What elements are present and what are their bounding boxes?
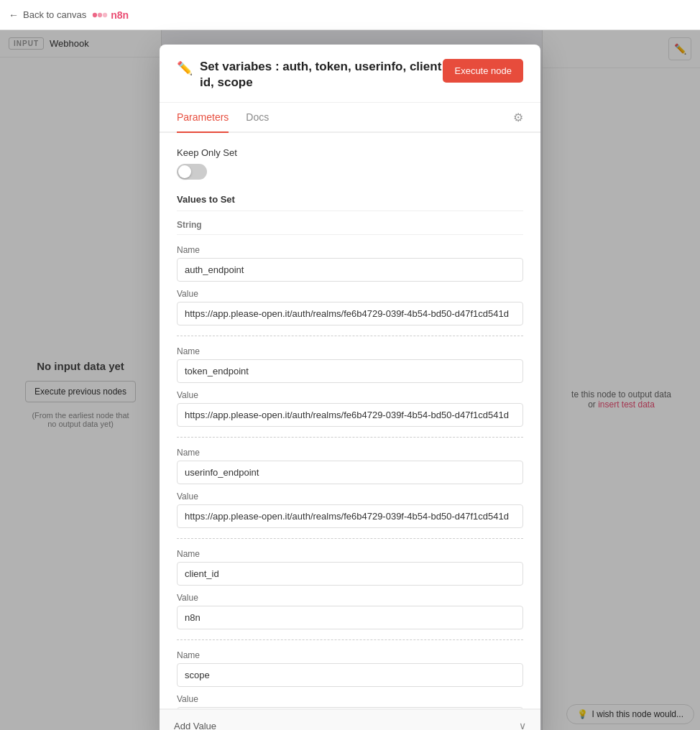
value-group-0: Value — [177, 289, 523, 325]
field-pair-4: Name Value — [177, 650, 523, 708]
string-section-label: String — [177, 220, 523, 235]
name-group-0: Name — [177, 245, 523, 282]
name-input-2[interactable] — [177, 461, 523, 484]
name-input-1[interactable] — [177, 359, 523, 383]
value-label-3: Value — [177, 593, 523, 603]
name-input-4[interactable] — [177, 663, 523, 687]
value-label-1: Value — [177, 390, 523, 400]
modal-header: ✏️ Set variabes : auth, token, userinfo,… — [160, 45, 540, 103]
add-value-button[interactable]: Add Value ∨ — [160, 709, 540, 730]
divider-1 — [177, 437, 523, 438]
field-pair-0: Name Value — [177, 245, 523, 325]
name-group-3: Name — [177, 549, 523, 586]
value-label-4: Value — [177, 694, 523, 704]
divider-3 — [177, 639, 523, 640]
divider-2 — [177, 538, 523, 539]
back-label: Back to canvas — [23, 9, 86, 20]
name-group-4: Name — [177, 650, 523, 687]
modal-pencil-icon: ✏️ — [177, 60, 193, 76]
values-to-set-label: Values to Set — [177, 194, 523, 211]
value-input-3[interactable] — [177, 606, 523, 629]
keep-only-set-label: Keep Only Set — [177, 147, 523, 158]
name-group-1: Name — [177, 346, 523, 383]
name-label-3: Name — [177, 549, 523, 559]
add-value-bar: Add Value ∨ — [160, 708, 540, 730]
field-pair-3: Name Value — [177, 549, 523, 629]
topbar: ← Back to canvas n8n — [0, 0, 700, 30]
modal-title: Set variabes : auth, token, userinfo, cl… — [200, 59, 443, 91]
field-pair-2: Name Value — [177, 448, 523, 528]
modal-tabs: Parameters Docs ⚙ — [160, 103, 540, 133]
divider-0 — [177, 336, 523, 336]
svg-point-1 — [98, 12, 102, 17]
value-group-2: Value — [177, 491, 523, 528]
field-pair-1: Name Value — [177, 346, 523, 427]
settings-gear-icon[interactable]: ⚙ — [513, 111, 523, 124]
name-label-4: Name — [177, 650, 523, 660]
n8n-logo-icon — [92, 9, 108, 22]
add-value-label: Add Value — [174, 721, 216, 731]
keep-only-set-section: Keep Only Set — [177, 147, 523, 180]
value-label-0: Value — [177, 289, 523, 299]
modal-body: Keep Only Set Values to Set String Name — [160, 133, 540, 708]
name-label-1: Name — [177, 346, 523, 356]
chevron-down-icon: ∨ — [519, 720, 526, 730]
value-group-3: Value — [177, 593, 523, 629]
value-input-2[interactable] — [177, 504, 523, 528]
tab-docs[interactable]: Docs — [246, 103, 269, 133]
tab-parameters[interactable]: Parameters — [177, 103, 229, 133]
keep-only-set-toggle[interactable] — [177, 164, 207, 180]
svg-point-0 — [93, 12, 97, 17]
name-input-0[interactable] — [177, 258, 523, 282]
execute-node-button[interactable]: Execute node — [443, 59, 523, 83]
modal-title-area: ✏️ Set variabes : auth, token, userinfo,… — [177, 59, 443, 91]
value-group-1: Value — [177, 390, 523, 427]
value-label-2: Value — [177, 491, 523, 502]
name-label-0: Name — [177, 245, 523, 255]
svg-point-2 — [103, 12, 107, 17]
modal: ✏️ Set variabes : auth, token, userinfo,… — [160, 45, 540, 730]
value-group-4: Value — [177, 694, 523, 708]
name-label-2: Name — [177, 448, 523, 458]
toggle-knob — [178, 165, 191, 178]
back-to-canvas-button[interactable]: ← Back to canvas — [9, 9, 86, 21]
name-input-3[interactable] — [177, 562, 523, 586]
n8n-logo: n8n — [92, 9, 129, 22]
modal-overlay[interactable]: ✏️ Set variabes : auth, token, userinfo,… — [0, 30, 700, 730]
name-group-2: Name — [177, 448, 523, 484]
back-arrow-icon: ← — [9, 9, 19, 21]
canvas: INPUT Webhook No input data yet Execute … — [0, 30, 700, 730]
n8n-logo-text: n8n — [111, 9, 129, 21]
value-input-1[interactable] — [177, 403, 523, 427]
value-input-0[interactable] — [177, 302, 523, 325]
